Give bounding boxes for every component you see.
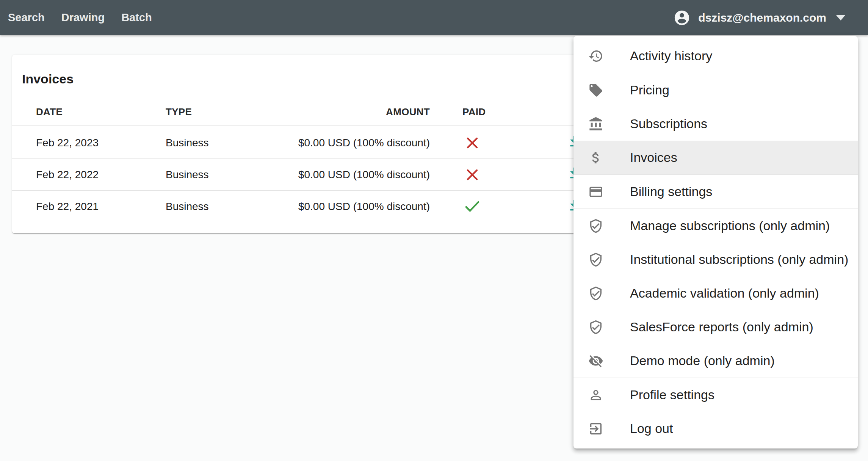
column-header-paid: PAID: [462, 99, 486, 125]
menu-item-salesforce-reports[interactable]: SalesForce reports (only admin): [573, 310, 858, 344]
column-header-amount: AMOUNT: [386, 99, 430, 125]
bank-icon: [588, 116, 604, 132]
table-row: Feb 22, 2022 Business $0.00 USD (100% di…: [12, 159, 588, 191]
menu-item-label: Activity history: [630, 49, 712, 63]
shield-check-icon: [588, 319, 604, 335]
menu-item-profile-settings[interactable]: Profile settings: [573, 378, 858, 412]
table-row: Feb 22, 2021 Business $0.00 USD (100% di…: [12, 191, 588, 223]
tag-icon: [588, 82, 604, 98]
table-header-row: DATE TYPE AMOUNT PAID: [12, 99, 588, 126]
nav-item-batch[interactable]: Batch: [121, 11, 152, 24]
paid-icon: [465, 191, 480, 223]
invoice-type: Business: [166, 159, 209, 190]
shield-check-icon: [588, 252, 604, 268]
menu-item-label: Subscriptions: [630, 116, 707, 131]
history-icon: [588, 48, 604, 64]
top-nav: Search Drawing Batch dszisz@chemaxon.com: [0, 0, 868, 35]
logout-icon: [588, 421, 604, 437]
credit-card-icon: [588, 184, 604, 200]
shield-check-icon: [588, 285, 604, 301]
menu-item-demo-mode[interactable]: Demo mode (only admin): [573, 344, 858, 378]
menu-item-academic-validation[interactable]: Academic validation (only admin): [573, 276, 858, 310]
menu-item-label: Billing settings: [630, 184, 712, 199]
invoices-card: Invoices DATE TYPE AMOUNT PAID Feb 22, 2…: [12, 55, 588, 233]
card-title: Invoices: [22, 72, 74, 86]
column-header-type: TYPE: [166, 99, 192, 125]
invoice-amount: $0.00 USD (100% discount): [298, 191, 430, 223]
menu-item-label: Institutional subscriptions (only admin): [630, 252, 848, 267]
menu-item-label: Log out: [630, 421, 673, 436]
menu-item-label: Profile settings: [630, 387, 714, 402]
menu-item-label: SalesForce reports (only admin): [630, 320, 813, 334]
menu-item-label: Invoices: [630, 150, 677, 165]
invoice-type: Business: [166, 127, 209, 158]
invoice-type: Business: [166, 191, 209, 223]
menu-item-manage-subscriptions[interactable]: Manage subscriptions (only admin): [573, 209, 858, 243]
menu-item-label: Demo mode (only admin): [630, 353, 775, 368]
user-email: dszisz@chemaxon.com: [698, 11, 826, 24]
menu-item-label: Pricing: [630, 83, 669, 97]
not-paid-icon: [465, 127, 480, 158]
account-circle-icon: [673, 9, 691, 27]
column-header-date: DATE: [36, 99, 63, 125]
menu-item-log-out[interactable]: Log out: [573, 412, 858, 445]
caret-down-icon: [836, 15, 845, 20]
eye-off-icon: [588, 353, 604, 369]
menu-item-pricing[interactable]: Pricing: [573, 73, 858, 107]
invoice-date: Feb 22, 2022: [36, 159, 99, 190]
invoice-amount: $0.00 USD (100% discount): [298, 159, 430, 190]
invoice-date: Feb 22, 2021: [36, 191, 99, 223]
menu-item-label: Manage subscriptions (only admin): [630, 218, 830, 233]
menu-item-subscriptions[interactable]: Subscriptions: [573, 107, 858, 141]
dollar-icon: [588, 150, 604, 166]
not-paid-icon: [465, 159, 480, 190]
nav-item-drawing[interactable]: Drawing: [61, 11, 105, 24]
invoice-amount: $0.00 USD (100% discount): [298, 127, 430, 158]
menu-item-activity-history[interactable]: Activity history: [573, 39, 858, 73]
shield-check-icon: [588, 218, 604, 234]
nav-item-search[interactable]: Search: [8, 11, 45, 24]
menu-item-label: Academic validation (only admin): [630, 286, 819, 301]
menu-item-invoices[interactable]: Invoices: [573, 141, 858, 174]
user-menu: Activity history Pricing Subscriptions I…: [573, 36, 858, 448]
menu-item-billing-settings[interactable]: Billing settings: [573, 175, 858, 209]
person-icon: [588, 387, 604, 403]
user-menu-button[interactable]: dszisz@chemaxon.com: [673, 9, 845, 27]
table-row: Feb 22, 2023 Business $0.00 USD (100% di…: [12, 127, 588, 159]
menu-item-institutional-subscriptions[interactable]: Institutional subscriptions (only admin): [573, 243, 858, 276]
invoice-date: Feb 22, 2023: [36, 127, 99, 158]
